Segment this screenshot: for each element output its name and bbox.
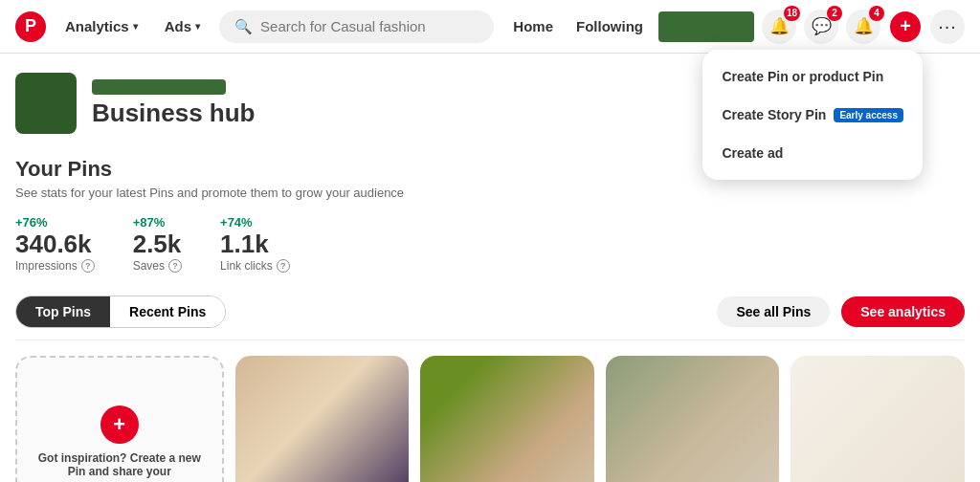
- pinterest-logo[interactable]: P: [15, 11, 46, 42]
- pin-card-4[interactable]: [791, 356, 965, 482]
- ads-chevron-icon: ▾: [195, 21, 200, 32]
- search-input[interactable]: [260, 18, 479, 34]
- profile-bar[interactable]: [658, 11, 754, 42]
- impressions-value: 340.6k: [15, 230, 95, 259]
- link-clicks-growth: +74%: [220, 215, 290, 230]
- create-dropdown: Create Pin or product Pin Create Story P…: [702, 50, 923, 180]
- see-all-pins-button[interactable]: See all Pins: [717, 296, 830, 327]
- recent-pins-tab[interactable]: Recent Pins: [110, 296, 225, 327]
- add-pin-button[interactable]: +: [888, 10, 923, 44]
- impressions-growth: +76%: [15, 215, 95, 230]
- impressions-help-icon[interactable]: ?: [81, 259, 95, 273]
- ellipsis-icon: ···: [938, 15, 957, 37]
- business-hub-title: Business hub: [92, 99, 255, 128]
- business-logo: [15, 73, 77, 134]
- link-clicks-help-icon[interactable]: ?: [277, 259, 290, 273]
- home-nav[interactable]: Home: [505, 12, 561, 40]
- pin-card-2[interactable]: [420, 356, 594, 482]
- impressions-label: Impressions ?: [15, 259, 95, 273]
- see-analytics-button[interactable]: See analytics: [841, 296, 965, 327]
- more-options-button[interactable]: ···: [930, 10, 965, 44]
- saves-label: Saves ?: [133, 259, 182, 273]
- saves-help-icon[interactable]: ?: [168, 259, 182, 273]
- header: P Analytics ▾ Ads ▾ 🔍 Home Following 🔔 1…: [0, 0, 980, 54]
- messages-btn[interactable]: 💬 2: [804, 10, 838, 44]
- link-clicks-stat: +74% 1.1k Link clicks ?: [220, 215, 290, 273]
- pin-card-1[interactable]: [235, 356, 410, 482]
- search-icon: 🔍: [234, 18, 253, 35]
- pin-tab-group: Top Pins Recent Pins: [15, 296, 226, 328]
- search-bar[interactable]: 🔍: [219, 11, 494, 43]
- business-name-bar: [92, 79, 226, 95]
- analytics-chevron-icon: ▾: [133, 21, 138, 32]
- top-pins-tab[interactable]: Top Pins: [16, 296, 110, 327]
- saves-value: 2.5k: [133, 230, 182, 259]
- analytics-label: Analytics: [65, 18, 129, 34]
- ads-label: Ads: [165, 18, 191, 34]
- tabs-row: Top Pins Recent Pins See all Pins See an…: [15, 284, 965, 340]
- saves-stat: +87% 2.5k Saves ?: [133, 215, 182, 273]
- ads-nav[interactable]: Ads ▾: [157, 12, 208, 40]
- messages-badge: 2: [827, 6, 842, 21]
- add-pin-text: Got inspiration? Create a new Pin and sh…: [33, 451, 207, 478]
- header-right: Home Following 🔔 18 💬 2 🔔 4 + ···: [505, 10, 965, 44]
- business-name-area: Business hub: [92, 79, 255, 128]
- your-pins-section: Your Pins See stats for your latest Pins…: [15, 149, 965, 482]
- notifications-badge: 18: [784, 6, 800, 21]
- pins-grid: + Got inspiration? Create a new Pin and …: [15, 340, 965, 482]
- pin-card-3[interactable]: [606, 356, 780, 482]
- link-clicks-value: 1.1k: [220, 230, 290, 259]
- notifications-btn[interactable]: 🔔 18: [762, 10, 796, 44]
- early-access-badge: Early access: [834, 108, 903, 122]
- impressions-stat: +76% 340.6k Impressions ?: [15, 215, 95, 273]
- add-pin-card[interactable]: + Got inspiration? Create a new Pin and …: [15, 356, 224, 482]
- add-pin-circle-icon: +: [100, 405, 139, 444]
- pins-stats: +76% 340.6k Impressions ? +87% 2.5k Save…: [15, 200, 965, 284]
- link-clicks-label: Link clicks ?: [220, 259, 290, 273]
- create-story-pin-item[interactable]: Create Story Pin Early access: [702, 96, 923, 134]
- your-pins-description: See stats for your latest Pins and promo…: [15, 186, 965, 200]
- alerts-badge: 4: [869, 6, 884, 21]
- tab-actions: See all Pins See analytics: [717, 296, 965, 327]
- alerts-btn[interactable]: 🔔 4: [846, 10, 880, 44]
- analytics-nav[interactable]: Analytics ▾: [57, 12, 145, 40]
- saves-growth: +87%: [133, 215, 182, 230]
- create-pin-item[interactable]: Create Pin or product Pin: [702, 57, 923, 96]
- following-nav[interactable]: Following: [568, 12, 651, 40]
- create-ad-item[interactable]: Create ad: [702, 134, 923, 172]
